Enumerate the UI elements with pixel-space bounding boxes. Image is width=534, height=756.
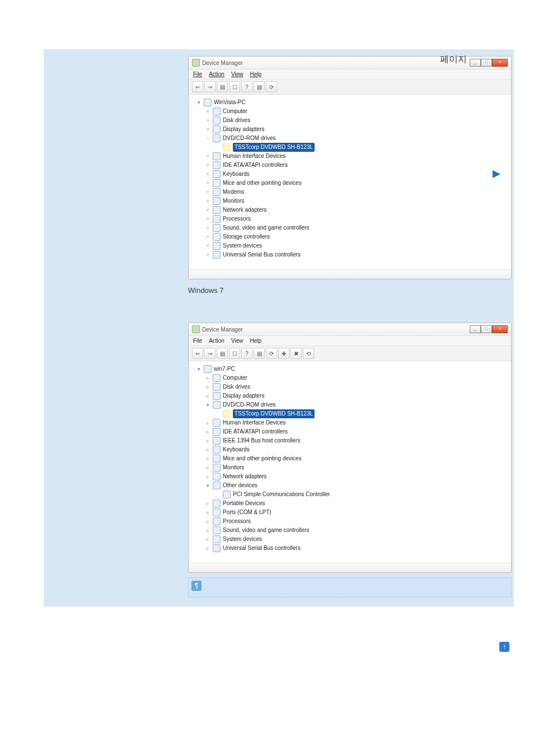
close-button[interactable]: × <box>492 59 508 67</box>
window-title: Device Manager <box>202 60 243 66</box>
tree-label: Keyboards <box>223 445 250 454</box>
toolbar-button[interactable]: ⟳ <box>266 348 277 359</box>
tree-node[interactable]: +Display adapters <box>193 125 507 134</box>
tree-node[interactable]: +Storage controllers <box>193 232 507 241</box>
tree-node[interactable]: ▹System devices <box>193 535 507 544</box>
menu-help[interactable]: Help <box>250 71 261 77</box>
tree-label: Network adapters <box>223 206 266 214</box>
tree-node[interactable]: +Universal Serial Bus controllers <box>193 250 507 259</box>
tree-node[interactable]: +System devices <box>193 241 507 250</box>
tree-node[interactable]: +IDE ATA/ATAPI controllers <box>193 161 507 170</box>
tree-label: Universal Serial Bus controllers <box>223 250 301 259</box>
tree-node[interactable]: ▾DVD/CD-ROM drives <box>193 400 507 409</box>
note-icon: ¶ <box>191 581 202 591</box>
tree-label: Computer <box>223 107 247 116</box>
page-label: 페이지 <box>440 54 467 66</box>
toolbar-button[interactable]: ▤ <box>254 348 265 359</box>
toolbar-button[interactable]: ▤ <box>217 348 228 359</box>
tree-node[interactable]: +Network adapters <box>193 206 507 214</box>
tree-leaf[interactable]: TSSTcorp DVDWBD SH-B123L <box>193 143 507 152</box>
app-icon <box>192 59 200 67</box>
toolbar-button[interactable]: ☐ <box>229 81 240 92</box>
maximize-button[interactable]: □ <box>481 325 492 333</box>
toolbar-button[interactable]: ⟲ <box>303 348 314 359</box>
tree-label: Human Interface Devices <box>223 152 285 161</box>
tree-label: Storage controllers <box>223 232 270 241</box>
close-button[interactable]: × <box>492 325 508 333</box>
tree-label: Processors <box>223 517 251 526</box>
back-to-top-button[interactable]: ↑ <box>499 642 509 652</box>
window-titlebar: Device Manager _ □ × <box>189 323 511 336</box>
tree-label: Sound, video and game controllers <box>223 223 310 232</box>
tree-node[interactable]: ▹Network adapters <box>193 472 507 481</box>
tree-node[interactable]: ▹Computer <box>193 374 507 382</box>
device-manager-win7: Device Manager _ □ × File Action View He… <box>188 323 512 573</box>
device-tree: ▾win7-PC▹Computer▹Disk drives▹Display ad… <box>189 361 511 563</box>
tree-node[interactable]: +Sound, video and game controllers <box>193 223 507 232</box>
tree-label: IDE ATA/ATAPI controllers <box>223 161 288 170</box>
tree-node[interactable]: ▾Other devices <box>193 481 507 490</box>
tree-node[interactable]: −DVD/CD-ROM drives <box>193 134 507 143</box>
tree-node[interactable]: +Human Interface Devices <box>193 152 507 161</box>
tree-label: win7-PC <box>214 365 235 374</box>
tree-node[interactable]: ▹Sound, video and game controllers <box>193 526 507 535</box>
tree-node[interactable]: ▹IDE ATA/ATAPI controllers <box>193 427 507 436</box>
tree-node[interactable]: ▹Keyboards <box>193 445 507 454</box>
minimize-button[interactable]: _ <box>470 59 481 67</box>
tree-node[interactable]: +Keyboards <box>193 170 507 179</box>
toolbar-button[interactable]: ? <box>241 81 252 92</box>
toolbar-button[interactable]: ⟳ <box>266 81 277 92</box>
statusbar <box>189 269 511 279</box>
tree-node[interactable]: ▹IEEE 1394 Bus host controllers <box>193 436 507 445</box>
tree-node[interactable]: +Computer <box>193 107 507 116</box>
toolbar-button[interactable]: ▤ <box>254 81 265 92</box>
tree-label: Monitors <box>223 197 244 206</box>
menu-action[interactable]: Action <box>209 338 224 344</box>
menu-file[interactable]: File <box>193 71 202 77</box>
tree-leaf[interactable]: PCI Simple Communications Controller <box>193 490 507 499</box>
tree-node[interactable]: ▹Portable Devices <box>193 499 507 508</box>
menu-action[interactable]: Action <box>209 71 224 77</box>
tree-label: Monitors <box>223 463 244 472</box>
tree-node[interactable]: +Disk drives <box>193 116 507 125</box>
toolbar-button[interactable]: ⇒ <box>204 81 216 92</box>
toolbar-button[interactable]: ? <box>241 348 252 359</box>
tree-label: Universal Serial Bus controllers <box>223 544 301 553</box>
tree-node[interactable]: ▹Disk drives <box>193 382 507 391</box>
toolbar-button[interactable]: ☐ <box>229 348 240 359</box>
tree-label: Disk drives <box>223 382 250 391</box>
tree-label: Human Interface Devices <box>223 418 285 427</box>
tree-node[interactable]: ▹Monitors <box>193 463 507 472</box>
minimize-button[interactable]: _ <box>470 325 481 333</box>
tree-node[interactable]: ▹Universal Serial Bus controllers <box>193 544 507 553</box>
tree-node[interactable]: ▹Display adapters <box>193 391 507 400</box>
toolbar-button[interactable]: ⇐ <box>192 81 203 92</box>
maximize-button[interactable]: □ <box>481 59 492 67</box>
tree-node[interactable]: +Monitors <box>193 197 507 206</box>
toolbar-button[interactable]: ✚ <box>278 348 289 359</box>
menu-help[interactable]: Help <box>250 338 261 344</box>
tree-node[interactable]: ▹Ports (COM & LPT) <box>193 508 507 517</box>
tree-label-selected: TSSTcorp DVDWBD SH-B123L <box>233 409 315 418</box>
tree-node[interactable]: +Mice and other pointing devices <box>193 179 507 188</box>
toolbar-button[interactable]: ▤ <box>217 81 228 92</box>
tree-node[interactable]: +Modems <box>193 188 507 197</box>
tree-node[interactable]: ▹Mice and other pointing devices <box>193 454 507 463</box>
tree-root[interactable]: ▾win7-PC <box>193 365 507 374</box>
tree-node[interactable]: +Processors <box>193 214 507 223</box>
menu-view[interactable]: View <box>231 71 243 77</box>
tree-label: PCI Simple Communications Controller <box>233 490 330 499</box>
statusbar <box>189 563 511 572</box>
toolbar-button[interactable]: ⇐ <box>192 348 203 359</box>
tree-root[interactable]: ▾WinVista-PC <box>193 98 507 107</box>
tree-node[interactable]: ▹Human Interface Devices <box>193 418 507 427</box>
menu-view[interactable]: View <box>231 338 243 344</box>
toolbar-button[interactable]: ⇒ <box>204 348 216 359</box>
tree-label: Other devices <box>223 481 257 490</box>
tree-label: Mice and other pointing devices <box>223 179 302 188</box>
tree-node[interactable]: ▹Processors <box>193 517 507 526</box>
tree-leaf[interactable]: TSSTcorp DVDWBD SH-B123L <box>193 409 507 418</box>
toolbar-button[interactable]: ✖ <box>291 348 302 359</box>
tree-label: System devices <box>223 241 262 250</box>
menu-file[interactable]: File <box>193 338 202 344</box>
